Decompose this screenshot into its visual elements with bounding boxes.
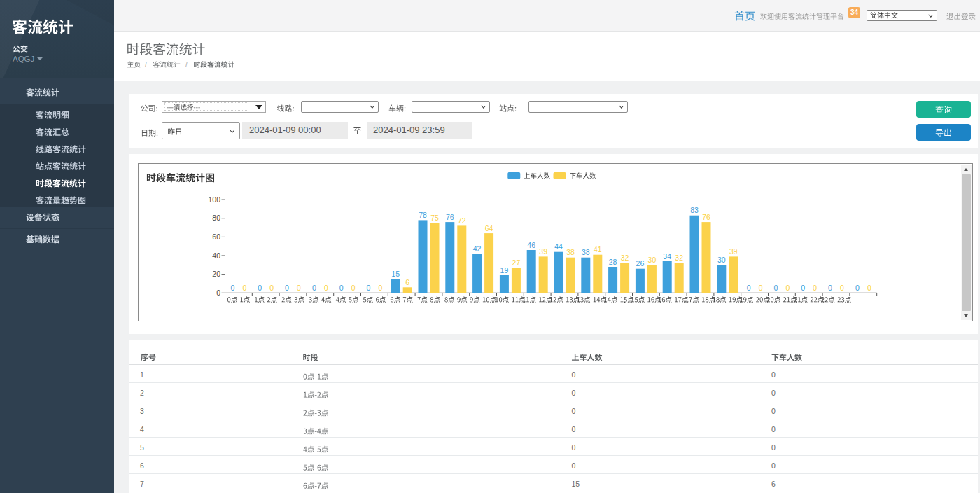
- svg-text:19: 19: [500, 266, 509, 275]
- svg-text:0: 0: [297, 284, 301, 292]
- svg-text:32: 32: [675, 254, 683, 262]
- svg-text:0: 0: [840, 284, 844, 292]
- svg-text:0: 0: [285, 284, 289, 292]
- svg-text:60: 60: [212, 232, 220, 241]
- svg-text:39: 39: [729, 247, 738, 256]
- svg-text:0: 0: [785, 284, 790, 292]
- svg-text:30: 30: [718, 256, 726, 264]
- svg-text:0: 0: [340, 284, 344, 292]
- svg-text:76: 76: [702, 213, 710, 221]
- svg-text:0: 0: [855, 284, 860, 292]
- svg-text:0: 0: [378, 284, 382, 292]
- svg-text:26: 26: [636, 259, 645, 268]
- svg-text:46: 46: [527, 241, 536, 249]
- svg-text:0: 0: [813, 284, 817, 292]
- svg-text:15: 15: [391, 270, 400, 278]
- svg-text:0: 0: [774, 284, 778, 292]
- svg-text:100: 100: [208, 195, 220, 204]
- svg-text:34: 34: [663, 252, 671, 261]
- svg-text:20: 20: [212, 270, 220, 278]
- svg-text:41: 41: [594, 245, 602, 254]
- svg-text:0: 0: [759, 284, 763, 292]
- svg-text:83: 83: [690, 206, 699, 214]
- svg-text:38: 38: [582, 248, 590, 256]
- svg-text:40: 40: [212, 251, 220, 260]
- svg-text:0: 0: [747, 284, 751, 292]
- svg-text:0: 0: [351, 284, 356, 292]
- svg-text:0: 0: [216, 289, 220, 297]
- svg-text:75: 75: [430, 214, 439, 222]
- svg-text:6: 6: [405, 278, 410, 286]
- svg-text:0: 0: [312, 284, 316, 292]
- svg-text:0: 0: [230, 284, 234, 292]
- svg-text:32: 32: [621, 254, 629, 262]
- svg-text:44: 44: [554, 242, 563, 251]
- svg-text:64: 64: [485, 224, 493, 232]
- svg-text:0: 0: [366, 284, 370, 292]
- svg-text:0: 0: [867, 284, 872, 292]
- svg-text:27: 27: [512, 258, 521, 267]
- svg-text:39: 39: [539, 247, 547, 256]
- svg-text:38: 38: [566, 248, 575, 256]
- svg-text:76: 76: [446, 213, 454, 221]
- svg-text:0: 0: [828, 284, 832, 292]
- svg-text:80: 80: [212, 214, 220, 222]
- svg-text:42: 42: [473, 244, 482, 253]
- svg-text:0: 0: [324, 284, 328, 292]
- svg-text:72: 72: [458, 216, 466, 225]
- svg-text:28: 28: [609, 258, 617, 266]
- svg-text:0: 0: [801, 284, 805, 292]
- svg-text:30: 30: [648, 256, 657, 264]
- svg-text:78: 78: [419, 211, 427, 219]
- svg-text:0: 0: [242, 284, 246, 292]
- svg-text:0: 0: [258, 284, 262, 292]
- svg-text:0: 0: [270, 284, 274, 292]
